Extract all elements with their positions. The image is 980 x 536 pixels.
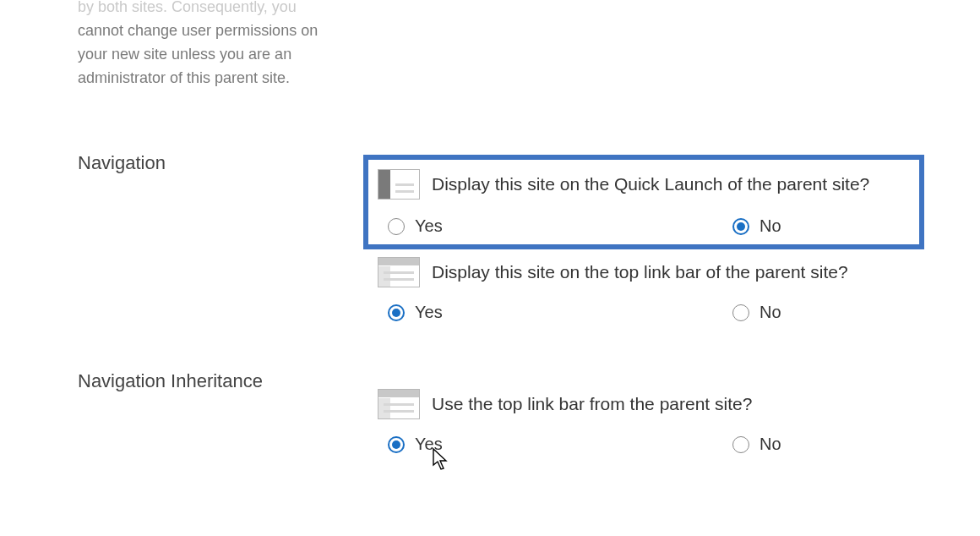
top-link-bar-icon xyxy=(378,257,420,287)
option-quick-launch: Display this site on the Quick Launch of… xyxy=(378,169,918,236)
section-label-navigation: Navigation xyxy=(78,152,331,174)
radio-top-link-yes-label[interactable]: Yes xyxy=(415,303,443,322)
option-top-link-bar-row: Display this site on the top link bar of… xyxy=(378,257,918,287)
radio-quick-launch-no-label[interactable]: No xyxy=(760,216,781,236)
option-top-link-bar-label: Display this site on the top link bar of… xyxy=(432,262,848,282)
radio-inherit-yes[interactable] xyxy=(388,436,405,453)
radio-quick-launch-yes-label[interactable]: Yes xyxy=(415,216,443,236)
option-quick-launch-label: Display this site on the Quick Launch of… xyxy=(432,174,869,194)
radio-inherit-no[interactable] xyxy=(732,436,749,453)
inherit-top-link-icon xyxy=(378,389,420,419)
radio-inherit-yes-label[interactable]: Yes xyxy=(415,435,443,454)
radio-inherit-no-label[interactable]: No xyxy=(760,435,781,454)
permissions-description-line0: by both sites. Consequently, you xyxy=(78,0,297,15)
radio-quick-launch-no[interactable] xyxy=(732,218,749,235)
quick-launch-icon xyxy=(378,169,420,200)
radio-quick-launch-yes[interactable] xyxy=(388,218,405,235)
section-label-inheritance: Navigation Inheritance xyxy=(78,370,331,392)
radio-top-link-no-label[interactable]: No xyxy=(760,303,781,322)
permissions-description-rest: cannot change user permissions on your n… xyxy=(78,22,318,86)
option-inherit-top-link-row: Use the top link bar from the parent sit… xyxy=(378,389,918,419)
radio-top-link-yes[interactable] xyxy=(388,304,405,321)
option-top-link-bar: Display this site on the top link bar of… xyxy=(378,257,918,322)
radio-top-link-no[interactable] xyxy=(732,304,749,321)
option-inherit-top-link: Use the top link bar from the parent sit… xyxy=(378,389,918,454)
option-inherit-top-link-label: Use the top link bar from the parent sit… xyxy=(432,394,752,414)
option-quick-launch-row: Display this site on the Quick Launch of… xyxy=(378,169,918,200)
settings-page: by both sites. Consequently, you cannot … xyxy=(0,0,980,536)
permissions-description: by both sites. Consequently, you cannot … xyxy=(78,0,331,90)
